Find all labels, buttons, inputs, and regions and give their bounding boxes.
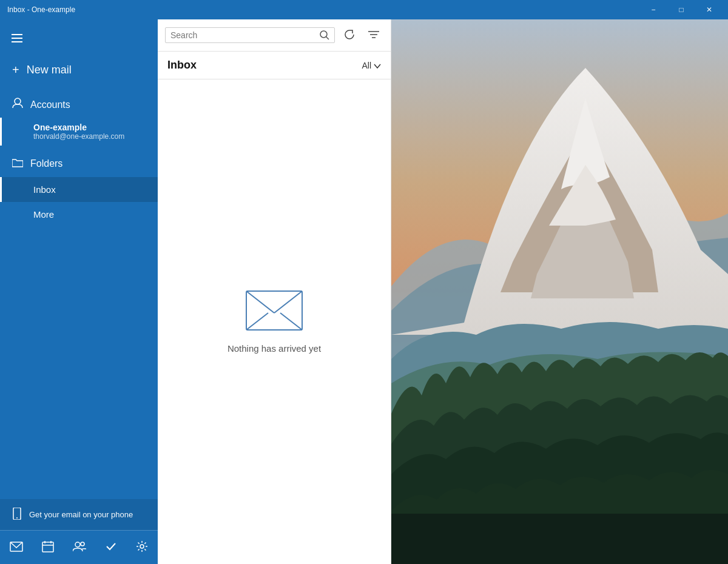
svg-line-15 [326,37,329,40]
svg-line-22 [246,313,268,330]
account-item[interactable]: One-example thorvald@one-example.com [0,118,158,146]
refresh-button[interactable] [340,25,359,45]
nav-people-button[interactable] [66,536,93,559]
get-email-label: Get your email on your phone [29,510,133,519]
minimize-button[interactable]: − [639,0,667,19]
folders-section: Folders Inbox More [0,150,158,227]
svg-rect-1 [12,38,22,39]
calendar-icon [42,540,54,554]
inbox-label: Inbox [33,184,56,195]
people-icon [73,541,86,554]
chevron-down-icon [374,61,381,70]
empty-state-text: Nothing has arrived yet [228,343,321,354]
search-button[interactable] [320,30,329,40]
filter-list-button[interactable] [364,25,383,45]
folders-header[interactable]: Folders [0,150,158,177]
window-title: Inbox - One-example [7,5,75,14]
accounts-section: Accounts One-example thorvald@one-exampl… [0,87,158,150]
hamburger-icon [12,33,22,44]
mail-icon [10,542,23,554]
svg-rect-25 [391,511,728,564]
svg-line-20 [246,291,274,313]
filter-list-icon [368,30,379,41]
sidebar-top: + New mail Accounts One-example thorvald… [0,19,158,499]
svg-line-21 [274,291,302,313]
settings-icon [136,540,148,554]
svg-point-11 [75,542,80,547]
svg-point-3 [15,98,21,104]
svg-point-5 [16,517,18,519]
sidebar: + New mail Accounts One-example thorvald… [0,19,158,564]
mountain-background [391,19,728,564]
more-label: More [33,209,54,220]
get-email-banner[interactable]: Get your email on your phone [0,499,158,530]
plus-icon: + [12,63,19,77]
empty-envelope-icon [245,290,303,331]
filter-label: All [362,61,371,70]
hamburger-button[interactable] [5,27,29,51]
inbox-title: Inbox [167,59,197,72]
svg-point-14 [320,31,327,38]
all-filter-button[interactable]: All [362,61,381,70]
svg-point-12 [81,542,84,546]
inbox-header: Inbox All [158,52,391,79]
refresh-icon [344,29,355,42]
bottom-nav [0,530,158,564]
svg-line-23 [280,313,302,330]
title-bar: Inbox - One-example − □ ✕ [0,0,728,19]
maximize-button[interactable]: □ [667,0,695,19]
account-email: thorvald@one-example.com [33,132,146,141]
right-panel [391,19,728,564]
sidebar-bottom: Get your email on your phone [0,499,158,564]
folder-icon [12,158,23,170]
nav-calendar-button[interactable] [35,535,61,559]
accounts-label: Accounts [30,99,70,110]
close-button[interactable]: ✕ [695,0,723,19]
window-controls: − □ ✕ [639,0,723,19]
svg-point-13 [140,545,144,548]
middle-panel: Inbox All Nothing has arrived yet [158,19,391,564]
folders-label: Folders [30,158,62,169]
svg-rect-2 [12,41,22,42]
new-mail-button[interactable]: + New mail [0,53,158,87]
todo-icon [105,540,117,554]
search-input[interactable] [170,30,320,40]
person-icon [12,98,23,112]
nav-todo-button[interactable] [98,535,124,559]
app-body: + New mail Accounts One-example thorvald… [0,19,728,564]
accounts-header[interactable]: Accounts [0,92,158,118]
search-bar [158,19,391,52]
empty-state: Nothing has arrived yet [158,79,391,564]
search-wrapper [165,27,335,43]
folder-item-inbox[interactable]: Inbox [0,177,158,202]
nav-settings-button[interactable] [129,535,155,559]
svg-rect-7 [42,542,53,552]
phone-icon [12,508,22,522]
account-name: One-example [33,123,146,132]
svg-rect-0 [12,34,22,35]
nav-mail-button[interactable] [2,537,30,559]
new-mail-label: New mail [27,64,72,76]
folder-item-more[interactable]: More [0,202,158,227]
